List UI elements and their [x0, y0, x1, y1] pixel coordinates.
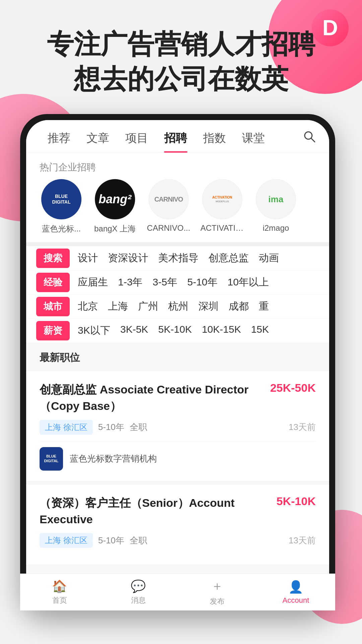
filter-opt-3-5[interactable]: 3-5年 [153, 275, 177, 289]
filter-opt-5-10[interactable]: 5-10年 [187, 275, 218, 289]
filter-opt-5k-10k[interactable]: 5K-10K [158, 324, 192, 337]
filter-section: 搜索 设计 资深设计 美术指导 创意总监 动画 经验 应届生 1-3年 3-5年… [26, 246, 329, 343]
hero-section: 专注广告营销人才招聘 想去的公司在数英 [0, 27, 362, 97]
filter-row-salary: 薪资 3K以下 3K-5K 5K-10K 10K-15K 15K [26, 319, 329, 343]
job-exp-2: 5-10年 [98, 535, 124, 546]
divider-1 [26, 242, 329, 246]
company-name-bangx: bangX 上海 [93, 223, 137, 234]
nav-item-index[interactable]: 指数 [195, 130, 234, 153]
hero-line2: 想去的公司在数英 [74, 64, 288, 94]
job-time-1: 13天前 [289, 421, 316, 433]
company-item-blue-digital[interactable]: BLUEDIGITAL 蓝色光标... [40, 179, 83, 234]
company-name-carnivo: CARNIVO... [147, 223, 190, 233]
search-icon[interactable] [303, 130, 316, 153]
company-name-activation: ACTIVATIO... [200, 223, 244, 233]
company-item-activation[interactable]: ACTIVATIONMODEPLUS ACTIVATIO... [200, 179, 244, 234]
nav-item-article[interactable]: 文章 [78, 130, 117, 153]
job-type-2: 全职 [130, 535, 147, 546]
filter-opt-15k[interactable]: 15K [251, 324, 269, 337]
job-meta-1: 上海 徐汇区 5-10年 全职 13天前 [40, 420, 316, 435]
company-item-bangx[interactable]: bang² bangX 上海 [93, 179, 137, 234]
filter-opt-design[interactable]: 设计 [78, 251, 98, 265]
job-exp-1: 5-10年 [98, 421, 124, 433]
svg-line-1 [311, 138, 315, 142]
job-salary-1: 25K-50K [270, 381, 316, 394]
filter-tag-search[interactable]: 搜索 [36, 249, 70, 268]
nav-item-project[interactable]: 项目 [117, 130, 156, 153]
bottom-nav-home[interactable]: 🏠 首页 [20, 574, 99, 610]
phone-screen: 推荐 文章 项目 招聘 指数 课堂 热门企业招聘 BLUEDIGITAL 蓝色光… [26, 120, 329, 604]
filter-opt-10k-15k[interactable]: 10K-15K [202, 324, 241, 337]
company-name-i2mago: i2mago [254, 223, 298, 233]
job-salary-2: 5K-10K [277, 495, 316, 508]
publish-icon: ＋ [211, 578, 223, 594]
filter-opt-10plus[interactable]: 10年以上 [228, 275, 269, 289]
filter-opt-fresh[interactable]: 应届生 [78, 275, 108, 289]
nav-item-recruit[interactable]: 招聘 [156, 130, 195, 153]
job-title-1: 创意副总监 Associate Creative Director（Copy B… [40, 381, 265, 415]
hero-line1: 专注广告营销人才招聘 [47, 29, 315, 59]
job-time-2: 13天前 [289, 535, 316, 546]
filter-opt-art-director[interactable]: 美术指导 [158, 251, 198, 265]
companies-scroll: BLUEDIGITAL 蓝色光标... bang² bangX 上海 CARNI… [26, 179, 329, 242]
filter-opt-senior-design[interactable]: 资深设计 [108, 251, 148, 265]
filter-opt-animation[interactable]: 动画 [259, 251, 279, 265]
company-item-i2mago[interactable]: ima i2mago [254, 179, 298, 234]
company-mini-name-1: 蓝色光标数字营销机构 [70, 453, 157, 465]
hero-title: 专注广告营销人才招聘 想去的公司在数英 [0, 27, 362, 97]
hot-companies-label: 热门企业招聘 [26, 153, 329, 179]
filter-opt-chengdu[interactable]: 成都 [229, 300, 249, 313]
nav-item-recommend[interactable]: 推荐 [40, 130, 78, 153]
home-icon: 🏠 [52, 579, 67, 593]
filter-tag-exp[interactable]: 经验 [36, 273, 70, 292]
bottom-nav-message[interactable]: 💬 消息 [99, 574, 178, 610]
jobs-section-label: 最新职位 [26, 343, 329, 371]
company-logo-carnivo: CARNIVO [148, 179, 189, 219]
bottom-nav-publish[interactable]: ＋ 发布 [178, 574, 256, 610]
job-location-tag-1: 上海 徐汇区 [40, 420, 93, 435]
filter-opt-shenzhen[interactable]: 深圳 [198, 300, 219, 313]
app-logo[interactable]: D [312, 9, 349, 46]
filter-row-search: 搜索 设计 资深设计 美术指导 创意总监 动画 [26, 246, 329, 270]
job-card-2[interactable]: （资深）客户主任（Senior）Account Executive 5K-10K… [26, 485, 329, 565]
filter-opt-3k-5k[interactable]: 3K-5K [120, 324, 148, 337]
publish-label: 发布 [210, 596, 225, 606]
job-card-1[interactable]: 创意副总监 Associate Creative Director（Copy B… [26, 371, 329, 481]
app-logo-letter: D [322, 17, 338, 39]
message-label: 消息 [131, 595, 146, 605]
account-icon: 👤 [288, 580, 303, 594]
nav-bar: 推荐 文章 项目 招聘 指数 课堂 [26, 120, 329, 153]
job-location-tag-2: 上海 徐汇区 [40, 533, 93, 548]
nav-item-course[interactable]: 课堂 [234, 130, 273, 153]
filter-opt-hangzhou[interactable]: 杭州 [168, 300, 188, 313]
company-logo-blue-digital: BLUEDIGITAL [41, 179, 81, 219]
filter-options-salary: 3K以下 3K-5K 5K-10K 10K-15K 15K [78, 324, 319, 337]
company-logo-bangx: bang² [95, 179, 135, 219]
filter-opt-1-3[interactable]: 1-3年 [118, 275, 142, 289]
job-title-2: （资深）客户主任（Senior）Account Executive [40, 495, 271, 528]
bottom-nav: 🏠 首页 💬 消息 ＋ 发布 👤 Account [20, 574, 335, 610]
filter-options-search: 设计 资深设计 美术指导 创意总监 动画 [78, 251, 319, 265]
job-company-row-1: BLUEDIGITAL 蓝色光标数字营销机构 [40, 441, 316, 471]
job-type-1: 全职 [130, 421, 147, 433]
filter-tag-city[interactable]: 城市 [36, 297, 70, 316]
company-mini-logo-1: BLUEDIGITAL [40, 447, 63, 471]
company-item-carnivo[interactable]: CARNIVO CARNIVO... [147, 179, 190, 234]
job-meta-2: 上海 徐汇区 5-10年 全职 13天前 [40, 533, 316, 548]
filter-opt-chongqing[interactable]: 重 [259, 300, 269, 313]
company-logo-activation: ACTIVATIONMODEPLUS [202, 179, 242, 219]
account-label: Account [283, 596, 309, 605]
filter-opt-3k-below[interactable]: 3K以下 [78, 324, 110, 337]
filter-opt-beijing[interactable]: 北京 [78, 300, 98, 313]
job-title-row-1: 创意副总监 Associate Creative Director（Copy B… [40, 381, 316, 415]
message-icon: 💬 [131, 579, 146, 593]
company-name-blue-digital: 蓝色光标... [40, 223, 83, 234]
filter-row-exp: 经验 应届生 1-3年 3-5年 5-10年 10年以上 [26, 270, 329, 294]
filter-options-exp: 应届生 1-3年 3-5年 5-10年 10年以上 [78, 275, 319, 289]
bottom-nav-account[interactable]: 👤 Account [256, 574, 335, 610]
filter-opt-shanghai[interactable]: 上海 [108, 300, 128, 313]
filter-tag-salary[interactable]: 薪资 [36, 321, 70, 340]
jobs-section: 最新职位 创意副总监 Associate Creative Director（C… [26, 343, 329, 604]
filter-opt-guangzhou[interactable]: 广州 [138, 300, 158, 313]
filter-opt-creative-director[interactable]: 创意总监 [208, 251, 249, 265]
